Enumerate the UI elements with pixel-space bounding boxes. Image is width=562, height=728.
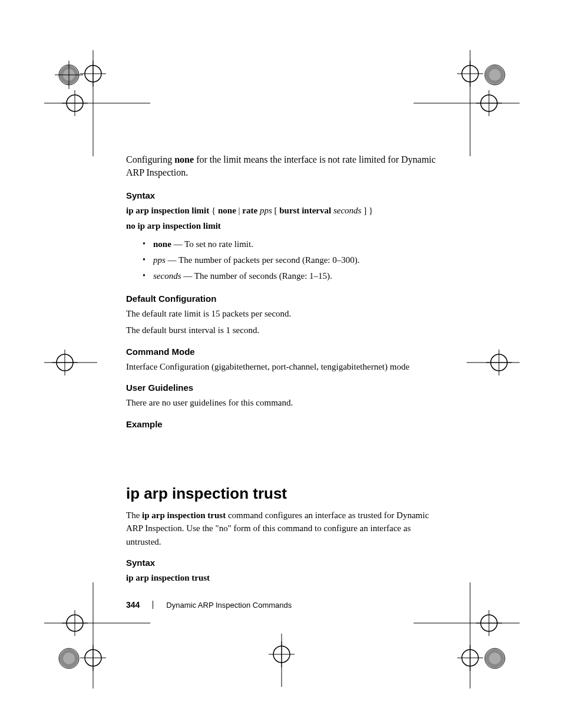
intro-paragraph: Configuring none for the limit means the…: [126, 153, 438, 180]
command-trust-desc: The ip arp inspection trust command conf…: [126, 509, 438, 549]
svg-point-49: [489, 653, 501, 664]
default-config-heading: Default Configuration: [126, 294, 438, 304]
command-mode-heading: Command Mode: [126, 347, 438, 357]
crop-mark-mid-left: [44, 345, 97, 380]
example-heading: Example: [126, 419, 438, 429]
command-title-trust: ip arp inspection trust: [126, 485, 438, 503]
default-config-line1: The default rate limit is 15 packets per…: [126, 307, 438, 321]
footer-chapter: Dynamic ARP Inspection Commands: [166, 601, 292, 610]
user-guidelines-heading: User Guidelines: [126, 383, 438, 393]
footer-divider: [153, 601, 153, 609]
page-content: Configuring none for the limit means the…: [126, 153, 438, 587]
bullet-pps: pps — The number of packets per second (…: [143, 252, 438, 268]
svg-point-34: [63, 653, 75, 664]
user-guidelines-text: There are no user guidelines for this co…: [126, 396, 438, 410]
crop-mark-tr-bottom: [414, 85, 520, 121]
default-config-line2: The default burst interval is 1 second.: [126, 324, 438, 337]
page-footer: 344 Dynamic ARP Inspection Commands: [126, 600, 438, 610]
syntax2-heading: Syntax: [126, 558, 438, 568]
svg-point-15: [489, 69, 501, 81]
syntax2-line: ip arp inspection trust: [126, 571, 438, 585]
bullet-none: none — To set no rate limit.: [143, 236, 438, 252]
crop-mark-bottom-center: [264, 634, 299, 687]
bullet-seconds: seconds — The number of seconds (Range: …: [143, 268, 438, 284]
syntax-line-2: no ip arp inspection limit: [126, 219, 438, 233]
crop-mark-bl-inner: [75, 582, 111, 689]
syntax-line-1: ip arp inspection limit { none | rate pp…: [126, 204, 438, 218]
page-number: 344: [126, 600, 140, 610]
crop-mark-tl-bottom: [44, 85, 150, 121]
syntax-bullets: none — To set no rate limit. pps — The n…: [143, 236, 438, 284]
crop-mark-mid-right: [467, 345, 520, 380]
command-mode-text: Interface Configuration (gigabitethernet…: [126, 360, 438, 374]
crop-mark-br-inner: [452, 582, 488, 689]
syntax-heading: Syntax: [126, 190, 438, 200]
